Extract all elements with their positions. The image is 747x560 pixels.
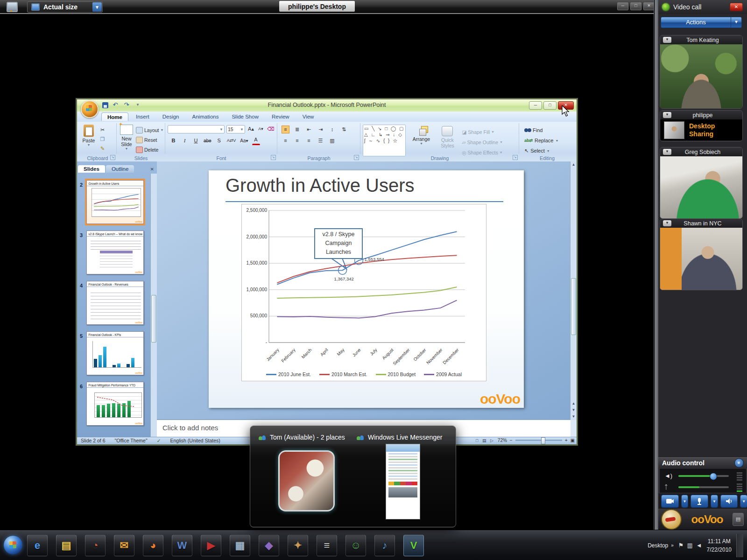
tab-slide-show[interactable]: Slide Show [226, 112, 264, 121]
taskbar-icon-oovoo[interactable]: V [403, 535, 424, 556]
video-call-close-button[interactable]: ✕ [730, 3, 743, 11]
show-desktop-button[interactable] [736, 534, 743, 557]
slide-title[interactable]: Growth in Active Users [226, 175, 415, 196]
hangup-button[interactable] [661, 509, 682, 530]
panel-extra-button[interactable]: ▤ [733, 513, 744, 526]
format-painter-icon[interactable]: ✎ [99, 145, 106, 153]
tab-review[interactable]: Review [266, 112, 295, 121]
participant-menu-icon[interactable]: ▼ [663, 220, 671, 226]
shape-fill-button[interactable]: ◪Shape Fill▼ [462, 128, 503, 136]
tab-home[interactable]: Home [101, 112, 128, 121]
zoom-out-icon[interactable]: − [510, 438, 513, 443]
bold-button[interactable]: B [169, 137, 177, 145]
character-spacing-button[interactable]: A⇄V [226, 137, 237, 145]
view-buttons[interactable]: □ ▤ ▷ [476, 438, 495, 443]
taskbar-icon-chrome[interactable]: ◔ [85, 535, 106, 556]
taskbar-icon-word[interactable]: W [172, 535, 192, 556]
start-button[interactable] [4, 536, 22, 554]
slide-thumbnail-3[interactable]: 3 v2.8 /Skype Launch – What do we know o… [80, 231, 144, 274]
mic-button[interactable] [691, 495, 708, 508]
desktop-toolbar[interactable]: Desktop » [648, 542, 674, 549]
editor-scrollbar[interactable]: ▲ ▲ ▼ ▼ [570, 161, 577, 420]
paste-button[interactable]: Paste▼ [79, 123, 99, 153]
italic-button[interactable]: I [181, 137, 189, 145]
line-spacing-icon[interactable]: ↕ [328, 126, 336, 133]
align-right-button[interactable]: ≡ [305, 137, 313, 145]
font-size-combo[interactable]: 15▼ [226, 125, 245, 133]
chevron-down-icon[interactable]: ▼ [92, 2, 102, 12]
columns-icon[interactable]: ▥ [328, 137, 336, 145]
actions-button[interactable]: Actions ▼ [661, 17, 742, 28]
taskbar-clock[interactable]: 11:11 AM 7/22/2010 [707, 537, 732, 554]
zoom-slider[interactable] [515, 440, 562, 441]
preview-messenger[interactable]: Windows Live Messenger [357, 434, 443, 441]
participant-menu-icon[interactable]: ▼ [663, 37, 671, 43]
panel-grip[interactable] [655, 0, 658, 530]
taskbar-icon-screen-share[interactable]: ▦ [230, 535, 250, 556]
delete-button[interactable]: Delete [136, 146, 163, 154]
shrink-font-icon[interactable]: A▾ [257, 125, 265, 133]
font-name-combo[interactable]: ▼ [168, 125, 225, 133]
speaker-volume-slider[interactable] [678, 475, 729, 477]
tray-flag-icon[interactable]: ⚑ [678, 542, 684, 549]
increase-indent-icon[interactable]: ⇥ [317, 126, 324, 133]
find-button[interactable]: Find [524, 126, 575, 134]
spellcheck-icon[interactable]: ✓ [157, 438, 161, 443]
webcam-dropdown[interactable]: ▼ [681, 495, 689, 508]
office-button[interactable] [81, 100, 99, 118]
mic-level-bar[interactable] [678, 486, 729, 488]
mic-dropdown[interactable]: ▼ [711, 495, 718, 508]
taskbar-icon-messenger[interactable]: ☺ [345, 535, 366, 556]
tab-animations[interactable]: Animations [187, 112, 225, 121]
grow-font-icon[interactable]: A▴ [247, 125, 255, 133]
participant-menu-icon[interactable]: ▼ [663, 112, 671, 118]
preview-tom[interactable]: Tom (Available) - 2 places [259, 434, 345, 441]
align-center-button[interactable]: ≡ [293, 137, 301, 145]
tab-insert[interactable]: Insert [130, 112, 155, 121]
slide-thumbnail-2[interactable]: 2 Growth in Active Users ooVoo [80, 180, 144, 224]
align-left-button[interactable]: ≡ [282, 137, 289, 145]
messenger-window-preview[interactable] [386, 444, 420, 519]
fit-to-window-icon[interactable]: ▣ [571, 438, 575, 443]
decrease-indent-icon[interactable]: ⇤ [305, 126, 313, 133]
taskbar-icon-media-player[interactable]: ♪ [374, 535, 395, 556]
powerpoint-titlebar[interactable]: ↶ ↷ ▼ Financial Outlook.pptx - Microsoft… [77, 99, 577, 112]
replace-button[interactable]: ab⇄Replace▼ [524, 136, 575, 145]
underline-button[interactable]: U [192, 137, 200, 145]
font-dialog-launcher[interactable]: ↘ [271, 155, 276, 160]
taskbar-icon-red-media-app[interactable]: ▶ [201, 535, 221, 556]
cut-icon[interactable]: ✂ [99, 126, 106, 134]
tab-design[interactable]: Design [157, 112, 185, 121]
toolbar-chevron-icon[interactable]: » [671, 543, 674, 548]
slide-canvas[interactable]: Growth in Active Users 2,500,0002,000,00… [209, 170, 524, 408]
thumbnails-scrollbar[interactable] [150, 174, 157, 437]
close-pane-icon[interactable]: ✕ [148, 166, 156, 173]
tab-view[interactable]: View [297, 112, 320, 121]
slides-tab[interactable]: Slides [78, 165, 105, 173]
copy-icon[interactable]: ❐ [99, 135, 106, 143]
chevron-down-icon[interactable]: ▼ [731, 17, 741, 28]
change-case-button[interactable]: Aa▾ [240, 137, 248, 145]
taskbar-icon-notepad[interactable]: ≡ [317, 535, 337, 556]
chart[interactable]: 2,500,0002,000,0001,500,0001,000,000500,… [241, 204, 486, 381]
collapse-section-icon[interactable]: » [734, 458, 744, 468]
zoom-mode-select[interactable]: Actual size ▼ [27, 1, 103, 13]
text-direction-icon[interactable]: ⇅ [340, 126, 348, 133]
tom-preview-photo[interactable] [278, 450, 335, 511]
taskbar-icon-purple-app[interactable]: ◆ [259, 535, 279, 556]
taskbar-icon-outlook[interactable]: ✉ [114, 535, 134, 556]
language-indicator[interactable]: English (United States) [170, 438, 220, 443]
select-button[interactable]: ↖Select▼ [524, 147, 575, 155]
webcam-button[interactable] [661, 495, 679, 508]
ppt-restore-button[interactable]: □ [543, 101, 557, 110]
participant-menu-icon[interactable]: ▼ [663, 149, 671, 155]
taskbar-icon-utility-app[interactable]: ✦ [288, 535, 308, 556]
slide-thumbnail-4[interactable]: 4 Financial Outlook - Revenues ooVoo [80, 281, 144, 325]
viewer-close-button[interactable]: ✕ [643, 2, 655, 10]
zoom-in-icon[interactable]: + [565, 438, 568, 443]
speaker-dropdown[interactable]: ▼ [740, 495, 747, 508]
shadow-button[interactable]: S [215, 137, 223, 145]
drawing-dialog-launcher[interactable]: ↘ [513, 155, 518, 160]
arrange-button[interactable]: Arrange▼ [409, 125, 433, 154]
taskbar-icon-windows-explorer[interactable]: ▤ [56, 535, 77, 556]
